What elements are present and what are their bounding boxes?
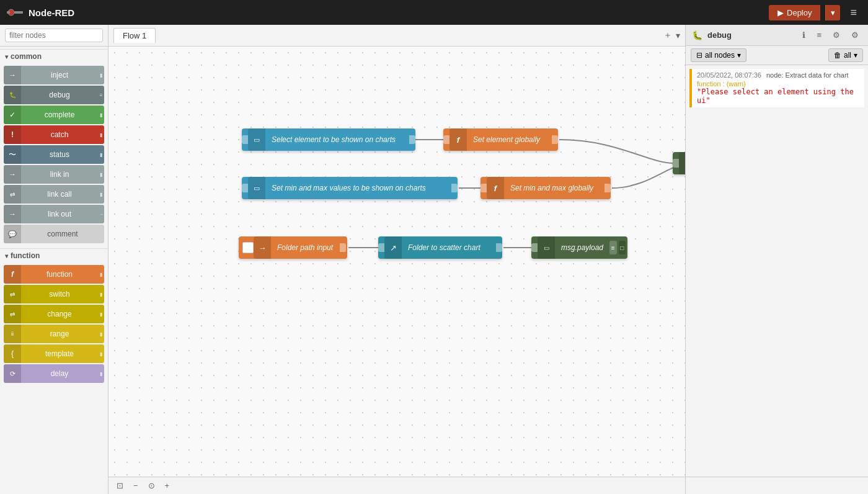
flow-node-label: Folder path input [271, 243, 340, 252]
debug-clear-button[interactable]: 🗑 all ▾ [828, 48, 863, 62]
dropdown-icon: ▾ [854, 51, 857, 60]
svg-rect-2 [14, 11, 23, 14]
topbar-left: Node-RED [6, 6, 74, 19]
flow-node-label: Folder to scatter chart [402, 243, 496, 252]
sidebar-item-label: complete [21, 110, 98, 119]
clear-label: all [844, 51, 851, 60]
sidebar-item-switch[interactable]: ⇄ switch ▮ [4, 285, 104, 303]
zoom-out-button[interactable]: − [130, 480, 141, 492]
flow-tab-1[interactable]: Flow 1 [113, 28, 156, 43]
sidebar-item-label: change [21, 310, 98, 318]
link-in-icon: → [4, 165, 21, 184]
sidebar-item-debug[interactable]: 🐛 debug ≡ [4, 86, 104, 104]
deploy-dropdown-button[interactable]: ▾ [825, 5, 840, 20]
sidebar-item-status[interactable]: 〜 status ▮ [4, 145, 104, 164]
filter-label: all nodes [705, 51, 735, 60]
flow-node-set-element-globally[interactable]: f Set element globally [443, 128, 558, 151]
comment-icon: 💬 [4, 225, 21, 243]
deploy-button[interactable]: ▶ Deploy [769, 5, 820, 20]
sidebar-item-range[interactable]: ii range ▮ [4, 325, 104, 343]
sidebar-item-label: delay [21, 369, 98, 378]
debug-bottom-bar [686, 477, 868, 494]
port-right [552, 135, 558, 144]
function-icon: f [487, 177, 504, 199]
function-icon: f [450, 128, 467, 151]
sidebar-item-label: debug [21, 91, 98, 99]
port-right [496, 243, 502, 252]
debug-icon: ▭ [679, 152, 685, 174]
add-flow-button[interactable]: ＋ [663, 30, 672, 41]
sidebar-item-inject[interactable]: → inject ▮ [4, 66, 104, 84]
debug-panel-icon: 🐛 [692, 30, 702, 40]
port-left [443, 135, 450, 144]
debug-message: "Please select an element using the ui" [697, 88, 859, 105]
trash-icon: 🗑 [834, 51, 841, 60]
category-function[interactable]: ▾ function [0, 248, 108, 263]
zoom-fit-button[interactable]: ⊡ [113, 480, 126, 492]
node-handle: ▮ [98, 66, 104, 84]
filter-icon: ⊟ [696, 51, 702, 60]
node-action-btn[interactable]: ≡ [609, 241, 616, 254]
sidebar-item-function[interactable]: f function ▮ [4, 265, 104, 284]
debug-config-button[interactable]: ⚙ [848, 29, 862, 42]
sidebar-item-delay[interactable]: ⟳ delay ▮ [4, 364, 104, 383]
debug-filter-button[interactable]: ⊟ all nodes ▾ [691, 48, 746, 62]
category-label: common [11, 52, 42, 61]
sidebar-item-link-out[interactable]: → link out → [4, 205, 104, 223]
flow-node-label: Select element to be shown on charts [265, 135, 409, 144]
flow-node-label: msg.payload [555, 243, 609, 252]
flow-node-label: Set element globally [467, 135, 552, 144]
search-input[interactable] [5, 29, 103, 42]
menu-button[interactable]: ≡ [845, 4, 862, 22]
debug-list-button[interactable]: ≡ [813, 29, 825, 42]
debug-node-ref: node: Extract data for chart [766, 71, 849, 79]
debug-function-label: function : (warn) [697, 80, 859, 88]
port-left [673, 159, 679, 168]
flow-node-folder-path-input[interactable]: → Folder path input [239, 236, 347, 259]
scatter-icon: ↗ [384, 236, 402, 259]
sidebar-item-link-in[interactable]: → link in ▮ [4, 165, 104, 184]
sidebar-item-template[interactable]: { template ▮ [4, 344, 104, 363]
node-toggle-btn[interactable]: □ [619, 241, 626, 254]
category-label: function [11, 251, 40, 260]
change-icon: ⇄ [4, 305, 21, 323]
flow-node-msg-payload-1[interactable]: ▭ msg.payload ≡ □ [673, 152, 685, 174]
debug-icon: ▭ [538, 236, 555, 259]
port-right [451, 184, 458, 192]
zoom-in-button[interactable]: + [162, 480, 173, 492]
sidebar-item-label: inject [21, 71, 98, 79]
delay-icon: ⟳ [4, 364, 21, 383]
sidebar-item-link-call[interactable]: ⇄ link call ▮ [4, 185, 104, 204]
flow-canvas[interactable]: ▭ Select element to be shown on charts f… [108, 47, 685, 477]
category-common[interactable]: ▾ common [0, 49, 108, 63]
main-layout: ▾ common → inject ▮ 🐛 debug ≡ ✓ complete… [0, 25, 868, 494]
debug-header: 🐛 debug ℹ ≡ ⚙ ⚙ [686, 25, 868, 46]
flow-node-set-min-max[interactable]: ▭ Set min and max values to be shown on … [242, 177, 458, 199]
flow-menu-button[interactable]: ▾ [676, 30, 680, 40]
sidebar-item-comment[interactable]: 💬 comment [4, 225, 104, 243]
sidebar-item-catch[interactable]: ! catch ▮ [4, 125, 104, 144]
flow-node-folder-to-scatter[interactable]: ↗ Folder to scatter chart [378, 236, 502, 259]
debug-info-button[interactable]: ℹ [799, 29, 808, 42]
flow-node-set-min-max-globally[interactable]: f Set min and max globally [480, 177, 611, 199]
chevron-down-icon: ▾ [5, 253, 8, 259]
sidebar: ▾ common → inject ▮ 🐛 debug ≡ ✓ complete… [0, 25, 108, 494]
sidebar-item-change[interactable]: ⇄ change ▮ [4, 305, 104, 323]
logo-icon [6, 6, 24, 19]
flow-node-label: Set min and max values to be shown on ch… [265, 184, 451, 192]
topbar-right: ▶ Deploy ▾ ≡ [769, 4, 862, 22]
node-handle: ▮ [98, 125, 104, 144]
port-left [242, 184, 248, 192]
debug-settings-button[interactable]: ⚙ [830, 29, 843, 42]
flow-node-msg-payload-2[interactable]: ▭ msg.payload ≡ □ [531, 236, 627, 259]
link-out-icon: → [4, 205, 21, 223]
flow-node-label: Set min and max globally [504, 184, 604, 192]
node-handle: ▮ [98, 145, 104, 164]
flow-area: Flow 1 ＋ ▾ [108, 25, 685, 494]
sidebar-item-complete[interactable]: ✓ complete ▮ [4, 106, 104, 124]
flow-node-select-element[interactable]: ▭ Select element to be shown on charts [242, 128, 415, 151]
sidebar-item-label: range [21, 330, 98, 338]
zoom-reset-button[interactable]: ⊙ [145, 480, 158, 492]
debug-entry: 20/05/2022, 08:07:36 node: Extract data … [689, 69, 864, 107]
checkbox[interactable] [242, 242, 254, 253]
